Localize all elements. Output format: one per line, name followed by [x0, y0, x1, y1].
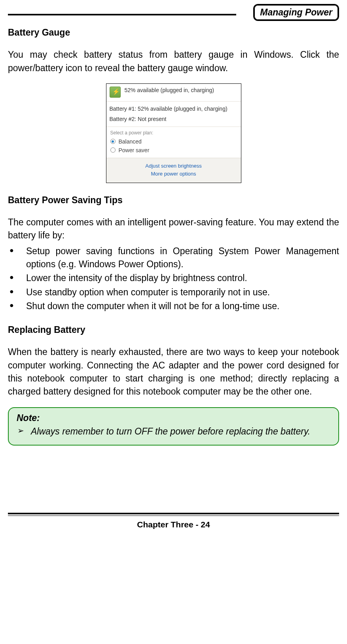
- saving-tips-list: Setup power saving functions in Operatin…: [8, 245, 339, 313]
- section-title-replacing-battery: Replacing Battery: [8, 325, 339, 335]
- header-badge: Managing Power: [253, 4, 339, 21]
- plug-icon: [110, 87, 121, 98]
- link-more-power-options[interactable]: More power options: [106, 170, 241, 178]
- battery-1-status: Battery #1: 52% available (plugged in, c…: [110, 105, 237, 113]
- footer-rule-thin: [8, 516, 339, 516]
- link-adjust-brightness[interactable]: Adjust screen brightness: [106, 162, 241, 170]
- page-footer: Chapter Three - 24: [8, 513, 339, 529]
- note-title: Note:: [17, 413, 330, 423]
- page-header: Managing Power: [8, 4, 339, 15]
- radio-icon: [110, 147, 116, 153]
- header-rule: [8, 14, 236, 15]
- section-title-saving-tips: Battery Power Saving Tips: [8, 195, 339, 206]
- list-item: Setup power saving functions in Operatin…: [8, 245, 339, 271]
- radio-power-saver[interactable]: Power saver: [106, 146, 241, 155]
- battery-2-status: Battery #2: Not present: [110, 115, 237, 123]
- page-number: Chapter Three - 24: [8, 520, 339, 529]
- section-title-battery-gauge: Battery Gauge: [8, 27, 339, 38]
- list-item: Lower the intensity of the display by br…: [8, 272, 339, 285]
- power-plan-label: Select a power plan:: [106, 128, 241, 137]
- note-body: Always remember to turn OFF the power be…: [17, 425, 330, 438]
- radio-balanced[interactable]: Balanced: [106, 137, 241, 146]
- radio-balanced-label: Balanced: [119, 138, 142, 145]
- note-box: Note: Always remember to turn OFF the po…: [8, 407, 339, 446]
- battery-gauge-popup: 52% available (plugged in, charging) Bat…: [106, 83, 241, 183]
- footer-rule-thick: [8, 513, 339, 514]
- replacing-battery-paragraph: When the battery is nearly exhausted, th…: [8, 346, 339, 398]
- battery-summary: 52% available (plugged in, charging): [125, 87, 237, 94]
- radio-power-saver-label: Power saver: [119, 147, 150, 153]
- saving-tips-intro: The computer comes with an intelligent p…: [8, 216, 339, 242]
- radio-icon: [110, 139, 116, 144]
- battery-gauge-paragraph: You may check battery status from batter…: [8, 48, 339, 75]
- list-item: Use standby option when computer is temp…: [8, 286, 339, 299]
- list-item: Shut down the computer when it will not …: [8, 300, 339, 313]
